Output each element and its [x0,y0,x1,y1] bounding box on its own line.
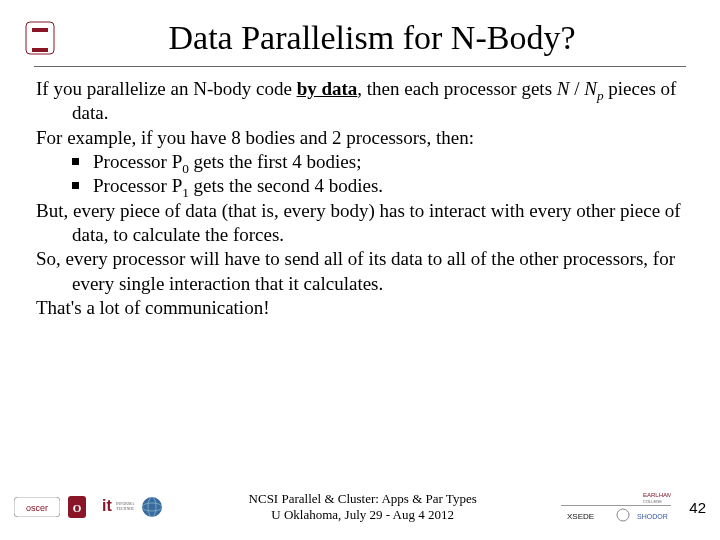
svg-rect-13 [561,505,671,506]
ou-small-logo-icon: O [66,494,88,520]
para-3: But, every piece of data (that is, every… [36,199,684,248]
slide-body: If you parallelize an N-body code by dat… [0,77,720,320]
svg-text:TECHNOLOGY: TECHNOLOGY [116,506,134,511]
svg-text:SHODOR: SHODOR [637,513,668,520]
svg-text:COLLEGE: COLLEGE [643,499,662,504]
para-4: So, every processor will have to send al… [36,247,684,296]
para-2: For example, if you have 8 bodies and 2 … [36,126,684,150]
svg-text:O: O [73,502,82,514]
it-logo-icon: itINFORMATIONTECHNOLOGY [94,495,134,519]
page-number: 42 [689,499,706,516]
oscer-logo-icon: oscer [14,497,60,517]
bullet-list: Processor P0 gets the first 4 bodies; Pr… [36,150,684,199]
svg-point-15 [617,509,629,521]
slide-title: Data Parallelism for N-Body? [84,19,700,57]
para-5: That's a lot of communication! [36,296,684,320]
footer-logos-left: oscer O itINFORMATIONTECHNOLOGY [14,494,164,520]
footer-logos-right: EARLHAM COLLEGE XSEDE SHODOR 42 [561,489,706,525]
footer-line-2: U Oklahoma, July 29 - Aug 4 2012 [164,507,561,523]
list-item: Processor P1 gets the second 4 bodies. [72,174,684,198]
svg-text:oscer: oscer [26,503,48,513]
title-divider [34,66,686,67]
svg-text:EARLHAM: EARLHAM [643,492,671,498]
svg-text:it: it [102,497,112,514]
para-1: If you parallelize an N-body code by dat… [36,77,684,126]
ou-logo-icon [20,18,60,58]
sponsor-block-icon: EARLHAM COLLEGE XSEDE SHODOR [561,489,671,525]
list-item: Processor P0 gets the first 4 bodies; [72,150,684,174]
svg-point-8 [142,497,162,517]
footer: oscer O itINFORMATIONTECHNOLOGY NCSI Par… [0,482,720,532]
svg-text:XSEDE: XSEDE [567,512,594,521]
globe-logo-icon [140,495,164,519]
footer-line-1: NCSI Parallel & Cluster: Apps & Par Type… [164,491,561,507]
title-row: Data Parallelism for N-Body? [0,0,720,64]
footer-caption: NCSI Parallel & Cluster: Apps & Par Type… [164,491,561,524]
